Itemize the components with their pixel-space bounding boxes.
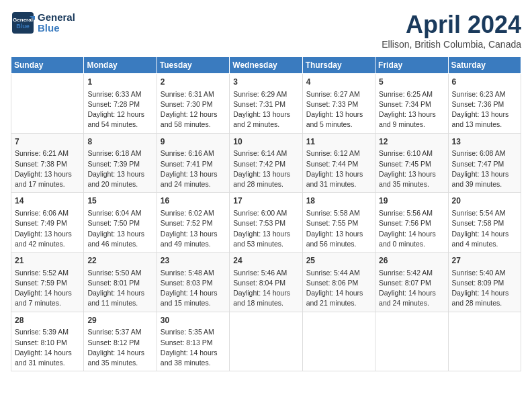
calendar-cell: 14Sunrise: 6:06 AMSunset: 7:49 PMDayligh… [11,193,84,253]
day-info: Sunrise: 6:33 AMSunset: 7:28 PMDaylight:… [87,89,152,130]
day-number: 30 [161,315,226,326]
calendar-cell: 17Sunrise: 6:00 AMSunset: 7:53 PMDayligh… [230,193,302,253]
day-info: Sunrise: 6:02 AMSunset: 7:52 PMDaylight:… [161,208,226,249]
calendar-cell: 21Sunrise: 5:52 AMSunset: 7:59 PMDayligh… [11,253,84,312]
day-number: 16 [161,195,226,207]
title-block: April 2024 Ellison, British Columbia, Ca… [382,11,521,50]
day-number: 26 [379,255,444,267]
calendar-cell: 1Sunrise: 6:33 AMSunset: 7:28 PMDaylight… [84,74,157,134]
header-day-thursday: Thursday [302,57,375,74]
day-info: Sunrise: 5:44 AMSunset: 8:06 PMDaylight:… [306,268,371,309]
calendar-cell: 24Sunrise: 5:46 AMSunset: 8:04 PMDayligh… [230,253,302,312]
day-info: Sunrise: 5:50 AMSunset: 8:01 PMDaylight:… [87,268,152,309]
day-info: Sunrise: 6:29 AMSunset: 7:31 PMDaylight:… [233,89,298,130]
week-row-3: 14Sunrise: 6:06 AMSunset: 7:49 PMDayligh… [11,193,521,253]
calendar-cell: 13Sunrise: 6:08 AMSunset: 7:47 PMDayligh… [448,133,521,193]
header-day-tuesday: Tuesday [157,57,229,74]
day-info: Sunrise: 6:08 AMSunset: 7:47 PMDaylight:… [452,148,517,189]
location-subtitle: Ellison, British Columbia, Canada [382,39,521,50]
day-number: 5 [379,77,444,88]
day-number: 15 [87,195,152,207]
day-info: Sunrise: 6:18 AMSunset: 7:39 PMDaylight:… [87,148,152,189]
calendar-cell: 25Sunrise: 5:44 AMSunset: 8:06 PMDayligh… [302,253,375,312]
day-number: 19 [379,195,444,207]
day-info: Sunrise: 5:40 AMSunset: 8:09 PMDaylight:… [452,268,517,309]
calendar-table: SundayMondayTuesdayWednesdayThursdayFrid… [11,56,521,371]
day-number: 23 [161,255,226,267]
day-number: 22 [87,255,152,267]
day-info: Sunrise: 6:16 AMSunset: 7:41 PMDaylight:… [161,148,226,189]
calendar-cell: 18Sunrise: 5:58 AMSunset: 7:55 PMDayligh… [302,193,375,253]
day-info: Sunrise: 5:54 AMSunset: 7:58 PMDaylight:… [452,208,517,249]
calendar-cell: 9Sunrise: 6:16 AMSunset: 7:41 PMDaylight… [157,133,229,193]
calendar-cell [375,312,448,371]
calendar-cell: 2Sunrise: 6:31 AMSunset: 7:30 PMDaylight… [157,74,229,134]
day-number: 9 [161,136,226,148]
day-number: 2 [161,77,226,88]
day-number: 29 [87,315,152,326]
calendar-cell: 12Sunrise: 6:10 AMSunset: 7:45 PMDayligh… [375,133,448,193]
day-info: Sunrise: 5:35 AMSunset: 8:13 PMDaylight:… [161,327,226,368]
calendar-cell: 11Sunrise: 6:12 AMSunset: 7:44 PMDayligh… [302,133,375,193]
month-title: April 2024 [382,11,521,39]
calendar-cell: 8Sunrise: 6:18 AMSunset: 7:39 PMDaylight… [84,133,157,193]
day-number: 13 [452,136,517,148]
day-info: Sunrise: 5:46 AMSunset: 8:04 PMDaylight:… [233,268,298,309]
header-day-monday: Monday [84,57,157,74]
calendar-cell: 7Sunrise: 6:21 AMSunset: 7:38 PMDaylight… [11,133,84,193]
header-day-saturday: Saturday [448,57,521,74]
svg-text:Blue: Blue [16,23,30,30]
day-number: 1 [87,77,152,88]
calendar-cell: 16Sunrise: 6:02 AMSunset: 7:52 PMDayligh… [157,193,229,253]
calendar-cell [302,312,375,371]
day-number: 21 [15,255,80,267]
day-info: Sunrise: 6:12 AMSunset: 7:44 PMDaylight:… [306,148,371,189]
calendar-cell: 23Sunrise: 5:48 AMSunset: 8:03 PMDayligh… [157,253,229,312]
calendar-body: 1Sunrise: 6:33 AMSunset: 7:28 PMDaylight… [11,74,521,371]
day-number: 24 [233,255,298,267]
week-row-1: 1Sunrise: 6:33 AMSunset: 7:28 PMDaylight… [11,74,521,134]
day-number: 11 [306,136,371,148]
day-info: Sunrise: 5:56 AMSunset: 7:56 PMDaylight:… [379,208,444,249]
day-number: 8 [87,136,152,148]
day-number: 14 [15,195,80,207]
day-info: Sunrise: 5:42 AMSunset: 8:07 PMDaylight:… [379,268,444,309]
day-number: 3 [233,77,298,88]
day-info: Sunrise: 5:52 AMSunset: 7:59 PMDaylight:… [15,268,80,309]
calendar-cell: 26Sunrise: 5:42 AMSunset: 8:07 PMDayligh… [375,253,448,312]
header-day-friday: Friday [375,57,448,74]
day-info: Sunrise: 6:10 AMSunset: 7:45 PMDaylight:… [379,148,444,189]
logo-general: General [38,12,75,24]
header-row: SundayMondayTuesdayWednesdayThursdayFrid… [11,57,521,74]
calendar-cell: 29Sunrise: 5:37 AMSunset: 8:12 PMDayligh… [84,312,157,371]
day-info: Sunrise: 6:25 AMSunset: 7:34 PMDaylight:… [379,89,444,130]
day-info: Sunrise: 5:58 AMSunset: 7:55 PMDaylight:… [306,208,371,249]
day-info: Sunrise: 5:48 AMSunset: 8:03 PMDaylight:… [161,268,226,309]
calendar-cell: 28Sunrise: 5:39 AMSunset: 8:10 PMDayligh… [11,312,84,371]
day-info: Sunrise: 6:00 AMSunset: 7:53 PMDaylight:… [233,208,298,249]
calendar-cell: 15Sunrise: 6:04 AMSunset: 7:50 PMDayligh… [84,193,157,253]
calendar-cell: 19Sunrise: 5:56 AMSunset: 7:56 PMDayligh… [375,193,448,253]
day-info: Sunrise: 5:39 AMSunset: 8:10 PMDaylight:… [15,327,80,368]
header-day-wednesday: Wednesday [230,57,302,74]
calendar-cell [11,74,84,134]
day-number: 18 [306,195,371,207]
day-info: Sunrise: 6:23 AMSunset: 7:36 PMDaylight:… [452,89,517,130]
day-number: 12 [379,136,444,148]
week-row-5: 28Sunrise: 5:39 AMSunset: 8:10 PMDayligh… [11,312,521,371]
day-info: Sunrise: 6:04 AMSunset: 7:50 PMDaylight:… [87,208,152,249]
day-number: 25 [306,255,371,267]
day-number: 27 [452,255,517,267]
day-info: Sunrise: 6:14 AMSunset: 7:42 PMDaylight:… [233,148,298,189]
header-day-sunday: Sunday [11,57,84,74]
calendar-cell: 6Sunrise: 6:23 AMSunset: 7:36 PMDaylight… [448,74,521,134]
calendar-cell [448,312,521,371]
calendar-cell: 20Sunrise: 5:54 AMSunset: 7:58 PMDayligh… [448,193,521,253]
day-info: Sunrise: 6:21 AMSunset: 7:38 PMDaylight:… [15,148,80,189]
calendar-cell: 27Sunrise: 5:40 AMSunset: 8:09 PMDayligh… [448,253,521,312]
logo: General Blue General Blue [11,11,75,35]
day-info: Sunrise: 5:37 AMSunset: 8:12 PMDaylight:… [87,327,152,368]
page-header: General Blue General Blue April 2024 Ell… [11,11,521,50]
day-number: 4 [306,77,371,88]
day-number: 10 [233,136,298,148]
